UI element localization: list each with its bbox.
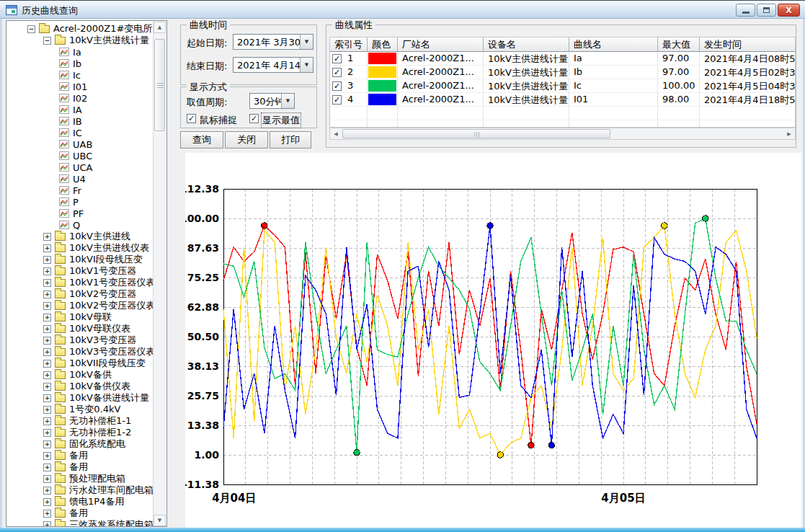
tree-expand-box[interactable]: + [43,429,51,437]
tree-expand-box[interactable]: + [43,417,51,425]
start-date-picker[interactable]: 2021年 3月30 ▼ [233,34,313,50]
show-extremes-checkbox[interactable]: ✓ [249,114,259,123]
tree-expand-box[interactable]: + [43,394,51,402]
table-horizontal-scrollbar[interactable]: ◀ ▶ [329,128,796,140]
tree-item[interactable]: I02 [59,92,87,104]
tree-item[interactable]: +10kV主供进线仪表 [43,242,149,254]
tree-expand-box[interactable]: + [43,279,51,287]
tree-expand-box[interactable]: + [43,314,51,322]
tree-item[interactable]: IA [59,104,82,115]
tree-item[interactable]: +无功补偿柜1-1 [43,415,131,427]
tree-item[interactable]: +备用 [43,450,88,461]
tree-item[interactable]: +无功补偿柜1-2 [43,427,131,438]
tree-expand-box[interactable]: + [43,291,51,298]
tree-expand-box[interactable]: + [43,440,51,448]
start-date-dropdown-button[interactable]: ▼ [300,35,313,49]
tree-item[interactable]: +10kV2号变压器 [43,288,136,300]
tree-item[interactable]: +10kV2号变压器仪表 [43,300,155,311]
tree-expand-box[interactable]: + [43,371,51,379]
tree-vertical-scrollbar[interactable]: ▲ ▼ [153,22,166,526]
column-header-4[interactable]: 设备名 [484,37,569,52]
tree-item[interactable]: IB [59,115,82,127]
column-header-3[interactable]: 厂站名 [398,37,484,52]
tree-expand-box[interactable]: + [43,510,51,518]
print-button[interactable]: 打印 [270,131,311,148]
chart-panel[interactable]: 112.38100.0087.6375.2562.8850.5038.1325.… [185,153,801,528]
show-extremes-label[interactable]: 显示最值 [262,114,300,127]
scroll-left-button[interactable]: ◀ [330,128,342,139]
tree-expand-box[interactable]: + [43,464,51,471]
tree-item[interactable]: +1号变0.4kV [43,404,120,415]
tree-expand-box[interactable]: + [43,487,51,495]
scroll-down-button[interactable]: ▼ [154,515,166,526]
close-dialog-button[interactable]: 关闭 [225,131,268,148]
tree-item[interactable]: +10kV母联 [43,311,112,323]
column-header-6[interactable]: 最大值 [658,37,700,52]
tree-item[interactable]: +固化系统配电 [43,438,125,450]
tree-item[interactable]: Fr [59,185,81,196]
row-checkbox[interactable]: ✓ [332,68,342,77]
close-button[interactable]: X [778,4,800,17]
tree-item[interactable]: +10kV备供进线计量 [43,392,149,404]
tree-expand-box[interactable]: + [43,383,51,391]
tree-item[interactable]: +10kVI段母线压变 [43,254,143,265]
device-tree[interactable]: −Acrel-2000Z1#变电所−10kV主供进线计量IaIbIcI01I02… [6,20,167,527]
tree-item[interactable]: Ic [59,69,81,81]
tree-expand-box[interactable]: + [43,475,51,483]
tree-item[interactable]: +污水处理车间配电箱 [43,484,154,496]
hscroll-thumb[interactable] [342,129,610,138]
tree-expand-box[interactable]: + [43,267,51,275]
tree-item[interactable]: I01 [59,81,87,92]
tree-item[interactable]: +10kV3号变压器 [43,334,136,346]
mouse-capture-checkbox[interactable]: ✓ [187,114,196,123]
tree-item[interactable]: PF [59,208,84,219]
tree-item[interactable]: +10kV备供 [43,369,112,381]
scroll-right-button[interactable]: ▶ [783,128,795,139]
tree-expand-box[interactable]: + [43,452,51,460]
column-header-7[interactable]: 发生时间 [700,37,796,52]
tree-expand-box[interactable]: + [43,325,51,333]
tree-item[interactable]: −10kV主供进线计量 [43,35,149,46]
titlebar[interactable]: 历史曲线查询 X [0,0,805,19]
tree-item[interactable]: +10kV1号变压器 [43,265,136,277]
tree-expand-box[interactable]: + [43,521,51,528]
tree-item[interactable]: Ib [59,58,81,69]
scroll-up-button[interactable]: ▲ [154,22,166,33]
tree-item[interactable]: +馈电1P4备用 [43,496,124,507]
tree-item[interactable]: UAB [59,138,92,150]
tree-expand-box[interactable]: + [43,337,51,345]
tree-item[interactable]: UCA [59,161,93,173]
mouse-capture-label[interactable]: 鼠标捕捉 [200,114,237,127]
tree-item[interactable]: +10kVII段母线压变 [43,358,146,369]
row-checkbox[interactable]: ✓ [332,54,342,63]
tree-item[interactable]: +三效蒸发系统配电箱 [43,519,154,527]
column-header-5[interactable]: 曲线名 [569,37,658,52]
scroll-thumb[interactable] [154,39,165,131]
table-row[interactable] [330,120,795,128]
tree-item[interactable]: +10kV3号变压器仪表 [43,346,155,358]
curve-properties-table[interactable]: 索引号颜色厂站名设备名曲线名最大值发生时间 ✓1Acrel-2000Z1...1… [329,37,796,128]
table-row[interactable]: ✓4Acrel-2000Z1...10kV主供进线计量I0198.002021年… [330,93,795,107]
period-select[interactable]: 30分钟 ▼ [249,93,295,109]
tree-item[interactable]: +10kV主供进线 [43,231,130,242]
tree-item[interactable]: U4 [59,173,86,185]
table-row[interactable] [330,107,795,120]
tree-item[interactable]: +备用 [43,507,88,519]
column-header-1[interactable]: 索引号 [330,37,368,52]
tree-item[interactable]: −Acrel-2000Z1#变电所 [27,23,152,35]
tree-expand-box[interactable]: + [43,302,51,310]
period-dropdown-button[interactable]: ▼ [281,94,294,108]
tree-item[interactable]: +备用 [43,461,88,473]
table-row[interactable]: ✓3Acrel-2000Z1...10kV主供进线计量Ic100.002021年… [330,79,795,93]
tree-item[interactable]: +10kV母联仪表 [43,323,130,334]
tree-expand-box[interactable]: + [43,256,51,264]
column-header-2[interactable]: 颜色 [368,37,398,52]
tree-expand-box[interactable]: + [43,348,51,356]
tree-item[interactable]: Q [59,219,80,231]
tree-item[interactable]: P [59,196,79,208]
maximize-button[interactable] [757,4,776,17]
tree-expand-box[interactable]: + [43,406,51,414]
table-row[interactable]: ✓2Acrel-2000Z1...10kV主供进线计量Ib97.002021年4… [330,66,795,79]
tree-item[interactable]: +预处理配电箱 [43,473,125,484]
tree-item[interactable]: Ia [59,46,81,58]
